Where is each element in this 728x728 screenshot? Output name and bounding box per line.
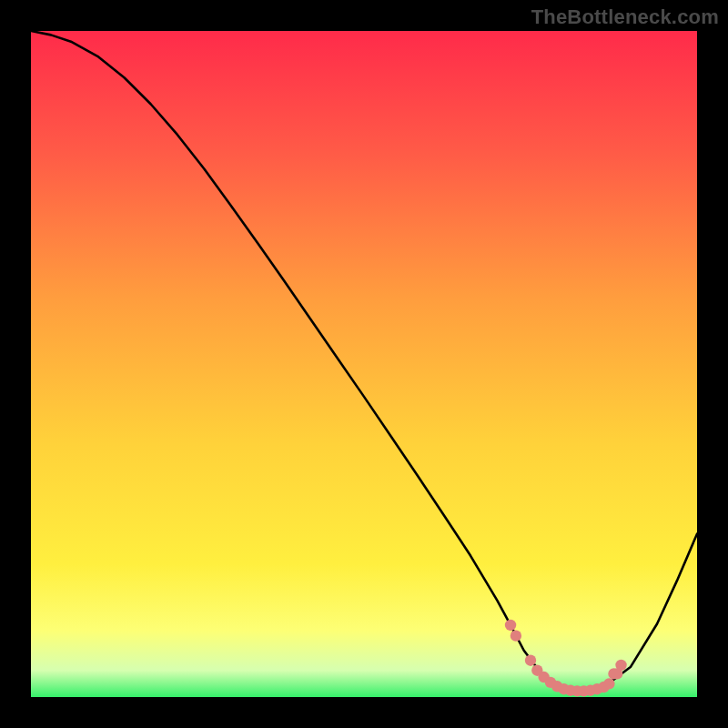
- chart-container: TheBottleneck.com: [0, 0, 728, 728]
- plot-area: [31, 31, 697, 697]
- minimum-marker: [615, 660, 626, 671]
- gradient-background: [31, 31, 697, 697]
- chart-svg: [31, 31, 697, 697]
- minimum-marker: [511, 630, 521, 641]
- minimum-marker: [603, 678, 614, 689]
- minimum-marker: [525, 655, 536, 666]
- minimum-marker: [505, 620, 516, 631]
- watermark-text: TheBottleneck.com: [531, 5, 719, 29]
